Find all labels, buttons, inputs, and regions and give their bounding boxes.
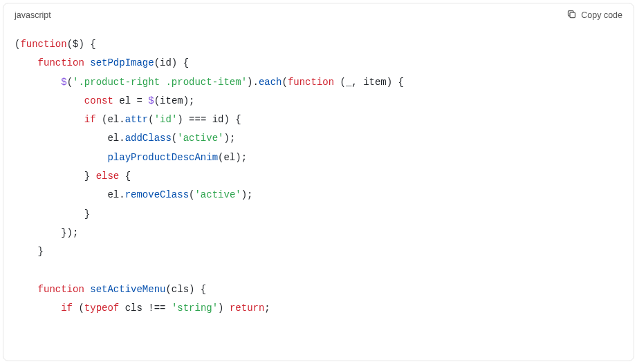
code-line: } bbox=[15, 246, 44, 257]
code-line: function setPdpImage(id) { bbox=[15, 57, 189, 68]
svg-rect-0 bbox=[570, 12, 575, 18]
code-block-header: javascript Copy code bbox=[3, 3, 634, 27]
code-line: }); bbox=[15, 227, 78, 238]
code-block: javascript Copy code (function($) { func… bbox=[3, 3, 634, 361]
code-line: el.addClass('active'); bbox=[15, 133, 235, 144]
code-line: (function($) { bbox=[15, 39, 96, 50]
code-line: el.removeClass('active'); bbox=[15, 189, 253, 200]
code-line: if (typeof cls !== 'string') return; bbox=[15, 303, 270, 314]
code-body[interactable]: (function($) { function setPdpImage(id) … bbox=[3, 27, 634, 329]
code-line: if (el.attr('id') === id) { bbox=[15, 114, 241, 125]
code-line: } bbox=[15, 209, 90, 220]
code-line: function setActiveMenu(cls) { bbox=[15, 284, 206, 295]
copy-code-label: Copy code bbox=[581, 10, 622, 20]
code-line: $('.product-right .product-item').each(f… bbox=[15, 77, 404, 88]
copy-code-button[interactable]: Copy code bbox=[566, 9, 622, 21]
code-line: const el = $(item); bbox=[15, 95, 194, 106]
code-line: } else { bbox=[15, 171, 131, 182]
language-label: javascript bbox=[15, 10, 51, 20]
copy-icon bbox=[566, 9, 577, 21]
code-line: playProductDescAnim(el); bbox=[15, 152, 247, 163]
